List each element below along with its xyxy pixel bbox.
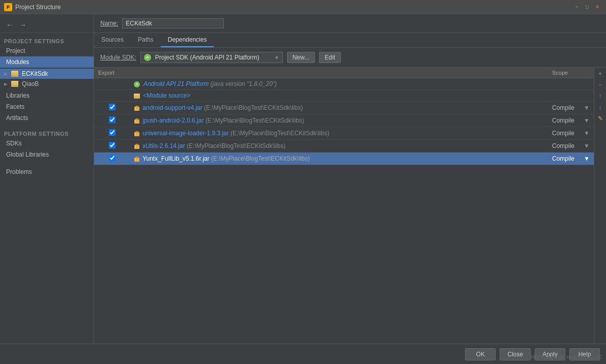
tree-arrow: ▶ — [4, 72, 9, 76]
dep-name-cell: A Android API 21 Platform (java version … — [130, 78, 548, 90]
export-checkbox[interactable] — [109, 129, 116, 136]
sidebar-item-modules[interactable]: Modules — [0, 56, 94, 68]
scope-dropdown-arrow-icon[interactable]: ▼ — [584, 104, 590, 111]
bottom-bar: OK Close Apply Help — [0, 344, 606, 364]
module-sdk-label: Module SDK: — [100, 54, 136, 61]
tree-arrow: ▶ — [4, 82, 9, 86]
sidebar-item-sdks[interactable]: SDKs — [0, 138, 94, 149]
scope-dropdown-arrow-icon[interactable]: ▼ — [584, 117, 590, 124]
scope-value: Compile — [552, 142, 574, 149]
tab-sources[interactable]: Sources — [94, 33, 131, 47]
dep-name-cell: android-support-v4.jar (E:\MyPlace\BlogT… — [130, 102, 548, 114]
dep-name: universal-image-loader-1.9.3.jar — [142, 130, 228, 137]
app-icon: P — [4, 3, 12, 11]
dep-name: android-support-v4.jar — [142, 104, 202, 111]
col-export: Export — [94, 68, 130, 78]
deps-toolbar: + − ↑ ↓ ✎ — [594, 68, 606, 344]
export-cell[interactable] — [94, 114, 130, 127]
svg-rect-14 — [135, 158, 136, 161]
forward-button[interactable]: → — [17, 19, 28, 31]
table-row: android-support-v4.jar (E:\MyPlace\BlogT… — [94, 102, 594, 114]
export-cell — [94, 90, 130, 102]
export-checkbox[interactable] — [109, 142, 116, 148]
tab-dependencies[interactable]: Dependencies — [161, 33, 214, 47]
sidebar-item-problems[interactable]: Problems — [0, 166, 94, 177]
jar-icon — [134, 118, 140, 124]
folder-icon — [11, 81, 18, 87]
scope-value: Compile — [552, 117, 574, 124]
export-cell[interactable] — [94, 102, 130, 114]
export-cell[interactable] — [94, 127, 130, 140]
move-down-button[interactable]: ↓ — [595, 102, 605, 112]
content-area: Name: Sources Paths Dependencies Module … — [94, 14, 606, 344]
sidebar-item-global-libraries[interactable]: Global Libraries — [0, 149, 94, 160]
scope-cell — [548, 78, 594, 90]
svg-rect-7 — [135, 131, 138, 133]
edit-sdk-button[interactable]: Edit — [319, 52, 341, 63]
sdk-select[interactable]: A Project SDK (Android API 21 Platform) … — [140, 52, 283, 63]
new-sdk-button[interactable]: New... — [287, 52, 315, 63]
export-checkbox[interactable] — [109, 104, 116, 110]
export-cell[interactable] — [94, 140, 130, 153]
dep-path: (java version "1.8.0_20") — [211, 80, 277, 87]
svg-rect-4 — [135, 118, 138, 120]
svg-rect-5 — [135, 120, 136, 123]
platform-settings-header: Platform Settings — [0, 128, 94, 138]
sidebar-item-label: Problems — [6, 168, 32, 175]
export-checkbox[interactable] — [109, 116, 116, 123]
jar-icon — [134, 131, 140, 137]
dep-name-cell: <Module source> — [130, 90, 548, 102]
scope-dropdown-arrow-icon[interactable]: ▼ — [584, 155, 590, 162]
scope-cell[interactable]: Compile ▼ — [548, 127, 594, 140]
dropdown-arrow-icon: ▼ — [274, 55, 279, 60]
edit-dep-button[interactable]: ✎ — [595, 113, 605, 124]
scope-value: Compile — [552, 155, 574, 162]
module-folder-icon — [134, 94, 140, 99]
scope-value: Compile — [552, 104, 574, 111]
table-row: xUtils-2.6.14.jar (E:\MyPlace\BlogTest\E… — [94, 140, 594, 153]
sidebar-item-label: Global Libraries — [6, 151, 49, 158]
dependencies-table: Export Scope A Android API 21 Platform — [94, 68, 594, 165]
scope-dropdown-arrow-icon[interactable]: ▼ — [584, 142, 590, 149]
close-button[interactable]: ✕ — [593, 3, 602, 12]
sidebar-item-facets[interactable]: Facets — [0, 101, 94, 112]
dep-path: (E:\MyPlace\BlogTest\ECKitSdk\libs) — [206, 117, 304, 124]
maximize-button[interactable]: □ — [583, 3, 592, 12]
tab-paths[interactable]: Paths — [131, 33, 161, 47]
dep-name-cell: jpush-android-2.0.6.jar (E:\MyPlace\Blog… — [130, 114, 548, 127]
minimize-button[interactable]: − — [572, 3, 582, 12]
svg-rect-8 — [135, 133, 136, 135]
project-settings-header: Project Settings — [0, 35, 94, 45]
sidebar: ← → Project Settings Project Modules ▶ E… — [0, 14, 94, 344]
tree-item-qiaob[interactable]: ▶ QiaoB — [0, 79, 94, 89]
scope-cell[interactable]: Compile ▼ — [548, 114, 594, 127]
sidebar-item-project[interactable]: Project — [0, 45, 94, 56]
remove-dep-button[interactable]: − — [595, 80, 605, 90]
close-button-main[interactable]: Close — [500, 348, 531, 360]
android-platform-icon: A — [134, 81, 140, 87]
export-cell — [94, 78, 130, 90]
back-button[interactable]: ← — [4, 19, 15, 31]
name-input[interactable] — [122, 18, 224, 28]
ok-button[interactable]: OK — [465, 348, 496, 360]
sidebar-item-artifacts[interactable]: Artifacts — [0, 112, 94, 124]
tree-item-label: ECKitSdk — [22, 70, 48, 77]
dep-path: (E:\MyPlace\BlogTest\ECKitSdk\libs) — [187, 142, 285, 149]
col-name — [130, 68, 548, 78]
move-up-button[interactable]: ↑ — [595, 91, 605, 101]
scope-cell[interactable]: Compile ▼ — [548, 102, 594, 114]
jar-icon — [134, 156, 140, 162]
add-dep-button[interactable]: + — [595, 69, 605, 79]
export-checkbox[interactable] — [109, 155, 116, 161]
scope-cell[interactable]: Compile ▼ — [548, 140, 594, 153]
dep-name-cell: Yuntx_FullLib_v5.1.6r.jar (E:\MyPlace\Bl… — [130, 153, 548, 165]
watermark: http://blog.csdn.net/j550341130 — [531, 354, 602, 360]
dep-name: Android API 21 Platform — [143, 80, 209, 87]
scope-dropdown-arrow-icon[interactable]: ▼ — [584, 130, 590, 137]
sidebar-item-libraries[interactable]: Libraries — [0, 90, 94, 101]
tree-item-eckitsdk[interactable]: ▶ ECKitSdk — [0, 69, 94, 79]
title-bar: P Project Structure − □ ✕ — [0, 0, 606, 14]
export-cell[interactable] — [94, 153, 130, 165]
tabs: Sources Paths Dependencies — [94, 33, 606, 48]
scope-cell[interactable]: Compile ▼ — [548, 153, 594, 165]
